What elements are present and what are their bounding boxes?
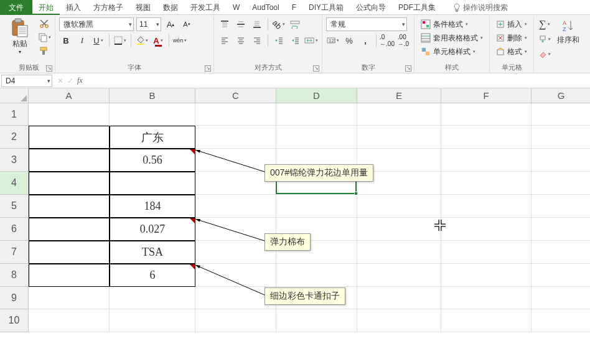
copy-button[interactable]: ▾ bbox=[37, 31, 51, 44]
name-box[interactable]: D4▾ bbox=[1, 75, 52, 87]
fx-icon[interactable]: fx bbox=[77, 76, 83, 85]
shrink-font-button[interactable]: A▾ bbox=[180, 17, 194, 31]
col-header-B[interactable]: B bbox=[110, 88, 195, 103]
cell-B2[interactable]: 广东 bbox=[110, 126, 195, 149]
tab-audtool[interactable]: AudTool bbox=[246, 0, 285, 15]
row-header-10[interactable]: 10 bbox=[0, 309, 29, 332]
wrap-text-button[interactable] bbox=[288, 17, 302, 31]
select-all-corner[interactable] bbox=[0, 88, 29, 103]
cell-B3[interactable]: 0.56 bbox=[110, 149, 195, 172]
italic-button[interactable]: I bbox=[75, 34, 89, 47]
tab-ffgz[interactable]: 方方格子 bbox=[87, 0, 129, 15]
delete-cells-button[interactable]: 删除▾ bbox=[494, 31, 530, 45]
clipboard-launcher[interactable]: ↘ bbox=[46, 65, 52, 72]
underline-button[interactable]: U▾ bbox=[91, 34, 105, 47]
font-color-button[interactable]: A ▾ bbox=[151, 34, 165, 47]
font-size-select[interactable]: 11▾ bbox=[136, 17, 161, 31]
decrease-decimal-button[interactable]: .00→.0 bbox=[396, 34, 410, 47]
fill-color-button[interactable]: ▾ bbox=[135, 34, 149, 47]
autosum-button[interactable]: ∑▾ bbox=[538, 17, 551, 31]
cell-A8[interactable] bbox=[29, 264, 110, 287]
clear-button[interactable]: ▾ bbox=[538, 47, 551, 61]
cell-A5[interactable] bbox=[29, 195, 110, 218]
sort-filter-button[interactable]: AZ 排序和 bbox=[555, 17, 581, 45]
row-header-3[interactable]: 3 bbox=[0, 149, 29, 172]
tab-w[interactable]: W bbox=[227, 0, 246, 15]
tab-pdf[interactable]: PDF工具集 bbox=[392, 0, 442, 15]
accounting-format-button[interactable]: 123▾ bbox=[326, 34, 340, 47]
cell-B7[interactable]: TSA bbox=[110, 241, 195, 264]
increase-indent-button[interactable] bbox=[288, 34, 302, 47]
bold-button[interactable]: B bbox=[59, 34, 73, 47]
align-top-button[interactable] bbox=[218, 17, 232, 31]
cell-A3[interactable] bbox=[29, 149, 110, 172]
format-cells-button[interactable]: 格式▾ bbox=[494, 45, 530, 58]
row-header-9[interactable]: 9 bbox=[0, 287, 29, 309]
comment-indicator[interactable] bbox=[190, 218, 195, 223]
cell-B4[interactable] bbox=[110, 172, 195, 195]
tab-home[interactable]: 开始 bbox=[32, 0, 60, 15]
cell-A4[interactable] bbox=[29, 172, 110, 195]
tab-insert[interactable]: 插入 bbox=[60, 0, 87, 15]
format-painter-button[interactable] bbox=[37, 45, 51, 57]
cut-button[interactable] bbox=[37, 17, 51, 30]
insert-cells-button[interactable]: 插入▾ bbox=[494, 17, 530, 31]
tab-formula-guide[interactable]: 公式向导 bbox=[350, 0, 392, 15]
number-format-select[interactable]: 常规▾ bbox=[326, 17, 407, 31]
cell-B8[interactable]: 6 bbox=[110, 264, 195, 287]
cell-A6[interactable] bbox=[29, 218, 110, 241]
cell-B6[interactable]: 0.027 bbox=[110, 218, 195, 241]
cell-A7[interactable] bbox=[29, 241, 110, 264]
col-header-A[interactable]: A bbox=[29, 88, 110, 103]
tab-file[interactable]: 文件 bbox=[0, 0, 32, 15]
row-header-2[interactable]: 2 bbox=[0, 126, 29, 149]
row-header-6[interactable]: 6 bbox=[0, 218, 29, 241]
row-header-8[interactable]: 8 bbox=[0, 264, 29, 287]
font-launcher[interactable]: ↘ bbox=[205, 65, 211, 72]
number-launcher[interactable]: ↘ bbox=[405, 65, 411, 72]
formula-input[interactable] bbox=[88, 75, 590, 87]
tab-dev[interactable]: 开发工具 bbox=[184, 0, 227, 15]
row-header-5[interactable]: 5 bbox=[0, 195, 29, 218]
comment-indicator[interactable] bbox=[190, 264, 195, 269]
col-header-G[interactable]: G bbox=[531, 88, 590, 103]
col-header-D[interactable]: D bbox=[276, 88, 357, 103]
align-launcher[interactable]: ↘ bbox=[313, 65, 319, 72]
cell-A2[interactable] bbox=[29, 126, 110, 149]
orientation-button[interactable]: ab▾ bbox=[272, 17, 286, 31]
align-center-button[interactable] bbox=[234, 34, 248, 47]
col-header-E[interactable]: E bbox=[357, 88, 441, 103]
col-header-C[interactable]: C bbox=[195, 88, 276, 103]
percent-button[interactable]: % bbox=[342, 34, 356, 47]
tab-diy[interactable]: DIY工具箱 bbox=[302, 0, 350, 15]
row-header-4[interactable]: 4 bbox=[0, 172, 29, 195]
cancel-formula-button[interactable]: ✕ bbox=[57, 77, 63, 85]
increase-decimal-button[interactable]: .0←.00 bbox=[380, 34, 394, 47]
merge-center-button[interactable]: ▾ bbox=[304, 34, 318, 47]
row-header-1[interactable]: 1 bbox=[0, 103, 29, 126]
comma-button[interactable]: , bbox=[358, 34, 372, 47]
paste-button[interactable]: 粘贴 ▾ bbox=[6, 17, 34, 55]
table-format-button[interactable]: 套用表格格式▾ bbox=[418, 31, 485, 45]
align-right-button[interactable] bbox=[250, 34, 264, 47]
fill-button[interactable]: ▾ bbox=[538, 32, 551, 46]
borders-button[interactable]: ▾ bbox=[113, 34, 127, 47]
row-header-7[interactable]: 7 bbox=[0, 241, 29, 264]
align-left-button[interactable] bbox=[218, 34, 232, 47]
col-header-F[interactable]: F bbox=[441, 88, 531, 103]
grow-font-button[interactable]: A▴ bbox=[164, 17, 177, 31]
decrease-indent-button[interactable] bbox=[272, 34, 286, 47]
tab-data[interactable]: 数据 bbox=[157, 0, 184, 15]
comment-indicator[interactable] bbox=[190, 149, 195, 154]
cell-B5[interactable]: 184 bbox=[110, 195, 195, 218]
font-name-select[interactable]: 微软雅黑▾ bbox=[59, 17, 134, 31]
align-middle-button[interactable] bbox=[234, 17, 248, 31]
align-bottom-button[interactable] bbox=[250, 17, 264, 31]
tab-view[interactable]: 视图 bbox=[129, 0, 157, 15]
conditional-format-button[interactable]: 条件格式▾ bbox=[418, 17, 471, 31]
spreadsheet-grid[interactable]: ABCDEFG 12345678910 广东0.561840.027TSA6 0… bbox=[0, 88, 590, 362]
cell-styles-button[interactable]: 单元格样式▾ bbox=[418, 45, 478, 58]
phonetic-button[interactable]: wén▾ bbox=[173, 34, 187, 47]
enter-formula-button[interactable]: ✓ bbox=[67, 77, 73, 85]
tell-me[interactable]: 操作说明搜索 bbox=[447, 0, 514, 15]
